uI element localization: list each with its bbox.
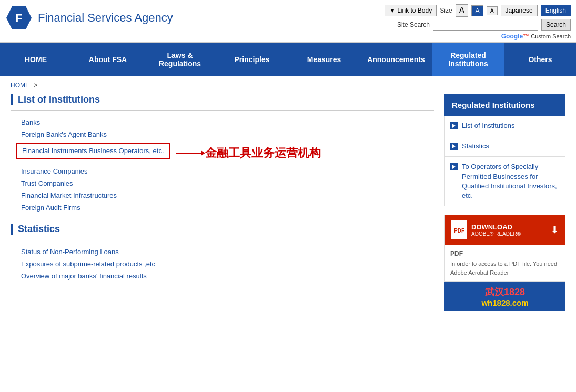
highlighted-annotation: Financial Instruments Business Operators…	[16, 143, 434, 163]
foreign-audit-link[interactable]: Foreign Audit Firms	[21, 204, 80, 212]
sidebar-arrow-icon	[450, 143, 458, 150]
list-of-institutions-title: List of Institutions	[11, 94, 434, 105]
nav-home[interactable]: HOME	[0, 43, 72, 76]
list-item: Banks	[21, 118, 434, 126]
pdf-description: In order to access to a PDF file. You ne…	[450, 259, 560, 277]
nav-announcements[interactable]: Announcements	[360, 43, 432, 76]
non-performing-loans-link[interactable]: Status of Non-Performing Loans	[21, 248, 119, 256]
banks-link[interactable]: Banks	[21, 118, 40, 126]
insurance-companies-link[interactable]: Insurance Companies	[21, 167, 87, 175]
download-subtitle: ADOBE® READER®	[471, 231, 521, 237]
sidebar-statistics[interactable]: Statistics	[445, 136, 565, 157]
search-input[interactable]	[433, 19, 538, 31]
search-row: Site Search Search	[397, 19, 571, 31]
list-item: Financial Instruments Business Operators…	[21, 143, 434, 163]
search-button[interactable]: Search	[541, 19, 571, 31]
sidebar-operators-link[interactable]: To Operators of Specially Permitted Busi…	[462, 162, 560, 200]
sidebar-links: List of Institutions Statistics To Opera…	[444, 116, 565, 206]
size-small-button[interactable]: A	[487, 6, 498, 15]
major-banks-link[interactable]: Overview of major banks' financial resul…	[21, 272, 147, 280]
list-item: Insurance Companies	[21, 167, 434, 175]
breadcrumb-separator: >	[34, 82, 37, 89]
nav-others[interactable]: Others	[504, 43, 576, 76]
size-large-button[interactable]: A	[456, 4, 469, 17]
pdf-info: PDF In order to access to a PDF file. Yo…	[445, 245, 565, 281]
nav-bar: HOME About FSA Laws &Regulations Princip…	[0, 43, 576, 76]
institution-list: Banks Foreign Bank's Agent Banks Financi…	[11, 118, 434, 212]
list-item: Foreign Audit Firms	[21, 204, 434, 212]
list-item: Exposures of subprime-related products ,…	[21, 260, 434, 268]
google-custom-search: Google™ Custom Search	[501, 33, 571, 40]
list-item: Trust Companies	[21, 179, 434, 187]
nav-principles[interactable]: Principles	[216, 43, 288, 76]
google-text: Google	[501, 33, 523, 40]
english-button[interactable]: English	[541, 5, 571, 16]
size-medium-button[interactable]: A	[471, 5, 483, 16]
list-item: Status of Non-Performing Loans	[21, 248, 434, 256]
sidebar: Regulated Institutions List of Instituti…	[444, 94, 565, 311]
download-box: PDF DOWNLOAD ADOBE® READER® ⬇ PDF In ord…	[444, 215, 565, 282]
pdf-icon: PDF	[451, 220, 467, 239]
japanese-button[interactable]: Japanese	[501, 5, 538, 16]
download-title: DOWNLOAD	[471, 223, 521, 231]
nav-about-fsa[interactable]: About FSA	[72, 43, 144, 76]
nav-laws-regulations[interactable]: Laws &Regulations	[144, 43, 216, 76]
financial-instruments-link[interactable]: Financial Instruments Business Operators…	[22, 147, 164, 155]
download-header[interactable]: PDF DOWNLOAD ADOBE® READER® ⬇	[445, 215, 565, 245]
watermark-line2: wh1828.com	[450, 298, 560, 307]
statistics-list: Status of Non-Performing Loans Exposures…	[11, 248, 434, 280]
arrow-line	[176, 153, 202, 154]
sidebar-arrow-icon	[450, 163, 458, 170]
sidebar-header: Regulated Institutions	[444, 94, 565, 116]
trust-companies-link[interactable]: Trust Companies	[21, 179, 73, 187]
pdf-label: PDF	[450, 249, 560, 258]
svg-text:F: F	[15, 12, 22, 25]
download-icon-area: PDF DOWNLOAD ADOBE® READER®	[451, 220, 521, 239]
sidebar-list-of-institutions[interactable]: List of Institutions	[445, 116, 565, 136]
size-label: Size	[440, 7, 452, 14]
list-item: Overview of major banks' financial resul…	[21, 272, 434, 280]
main-layout: List of Institutions Banks Foreign Bank'…	[0, 94, 576, 322]
top-bar: F Financial Services Agency ▼ Link to Bo…	[0, 0, 576, 43]
breadcrumb-home[interactable]: HOME	[11, 82, 29, 89]
sidebar-statistics-link[interactable]: Statistics	[462, 142, 489, 151]
logo-area: F Financial Services Agency	[5, 4, 173, 32]
stats-divider	[11, 240, 434, 240]
list-item: Financial Market Infrastructures	[21, 192, 434, 199]
annotation-arrow: 金融工具业务运营机构	[176, 145, 321, 161]
sidebar-institutions-link[interactable]: List of Institutions	[462, 121, 514, 130]
nav-measures[interactable]: Measures	[288, 43, 360, 76]
chinese-annotation: 金融工具业务运营机构	[205, 145, 321, 161]
section-divider	[11, 110, 434, 111]
watermark-line1: 武汉1828	[450, 286, 560, 298]
svg-text:PDF: PDF	[454, 228, 464, 234]
top-right: ▼ Link to Body Size A A A Japanese Engli…	[385, 4, 571, 40]
highlighted-fi-item: Financial Instruments Business Operators…	[16, 143, 170, 159]
breadcrumb: HOME >	[0, 76, 576, 94]
sidebar-operators[interactable]: To Operators of Specially Permitted Busi…	[445, 157, 565, 206]
search-label: Site Search	[397, 21, 430, 28]
logo-icon: F	[5, 4, 33, 32]
sidebar-arrow-icon	[450, 122, 458, 129]
download-text-area: DOWNLOAD ADOBE® READER®	[471, 223, 521, 237]
logo-text: Financial Services Agency	[38, 11, 173, 25]
content-area: List of Institutions Banks Foreign Bank'…	[11, 94, 444, 311]
watermark-box: 武汉1828 wh1828.com	[444, 282, 565, 311]
link-to-body-button[interactable]: ▼ Link to Body	[385, 5, 437, 16]
list-item: Foreign Bank's Agent Banks	[21, 130, 434, 138]
subprime-link[interactable]: Exposures of subprime-related products ,…	[21, 260, 155, 268]
foreign-banks-link[interactable]: Foreign Bank's Agent Banks	[21, 130, 107, 138]
custom-search-text: Custom Search	[531, 33, 571, 39]
top-controls: ▼ Link to Body Size A A A Japanese Engli…	[385, 4, 571, 17]
download-arrow-icon: ⬇	[551, 224, 559, 236]
statistics-title: Statistics	[11, 224, 434, 235]
financial-market-link[interactable]: Financial Market Infrastructures	[21, 192, 117, 199]
nav-regulated-institutions[interactable]: RegulatedInstitutions	[432, 43, 504, 76]
